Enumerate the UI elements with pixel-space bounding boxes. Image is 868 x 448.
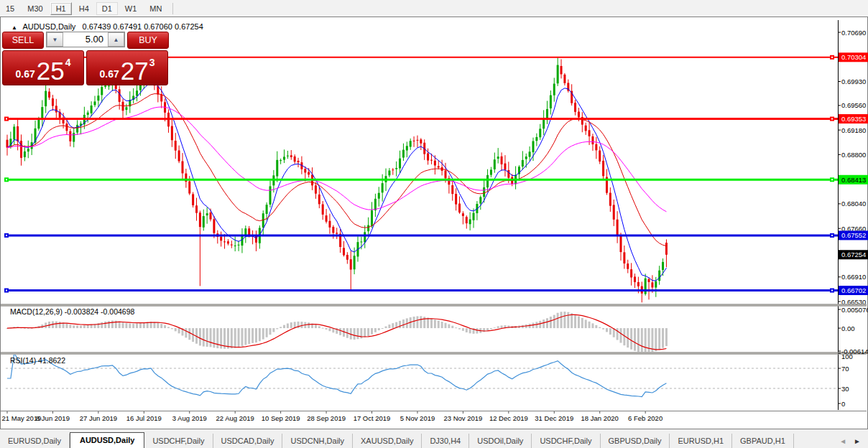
timeframe-button-d1[interactable]: D1: [96, 2, 118, 15]
chart-symbol-label: AUDUSD,Daily: [22, 22, 75, 31]
svg-text:0.67552: 0.67552: [841, 231, 866, 239]
one-click-trade-panel: SELL ▼ 5.00 ▲ BUY 0.67 25 4 0.67 27 3: [2, 32, 169, 85]
svg-text:0.68800: 0.68800: [841, 151, 866, 159]
svg-text:16 Jul 2019: 16 Jul 2019: [126, 414, 162, 422]
chart-title: ▲ AUDUSD,Daily 0.67439 0.67491 0.67060 0…: [11, 22, 203, 31]
svg-text:8 Jun 2019: 8 Jun 2019: [36, 414, 70, 422]
tab-scroll-controls: ◄ ►: [839, 437, 868, 448]
tab-usdchf-daily-2[interactable]: USDCHF,Daily: [532, 434, 600, 448]
svg-text:0.68040: 0.68040: [841, 200, 866, 207]
timeframe-button-h4[interactable]: H4: [73, 2, 95, 15]
svg-text:31 Dec 2019: 31 Dec 2019: [535, 414, 573, 422]
svg-text:6 Feb 2020: 6 Feb 2020: [628, 414, 662, 422]
svg-text:22 Aug 2019: 22 Aug 2019: [216, 414, 254, 422]
toolbar-separator: [172, 3, 173, 14]
svg-text:0.68413: 0.68413: [841, 176, 866, 184]
svg-text:17 Oct 2019: 17 Oct 2019: [354, 414, 391, 422]
svg-text:0.66910: 0.66910: [841, 273, 866, 281]
chart-ohlc-quote: 0.67439 0.67491 0.67060 0.67254: [83, 22, 203, 31]
svg-text:0.69180: 0.69180: [841, 126, 866, 134]
volume-input[interactable]: 5.00: [63, 32, 108, 47]
tab-eurusd-daily[interactable]: EURUSD,Daily: [0, 434, 70, 448]
svg-text:0.69930: 0.69930: [841, 78, 866, 85]
svg-text:0.69353: 0.69353: [841, 115, 866, 123]
chart-tab-bar: EURUSD,Daily AUDUSD,Daily USDCHF,Daily U…: [0, 429, 868, 448]
timeframe-toolbar: 15 M30 H1 H4 D1 W1 MN: [0, 0, 868, 17]
tab-audusd-daily[interactable]: AUDUSD,Daily: [70, 432, 144, 448]
svg-text:27 Jun 2019: 27 Jun 2019: [80, 414, 117, 422]
one-click-panel-arrow-icon[interactable]: ▲: [11, 24, 17, 31]
svg-text:0.66702: 0.66702: [841, 286, 866, 294]
svg-text:0.005076: 0.005076: [841, 306, 868, 314]
tab-dj30-h4[interactable]: DJ30,H4: [422, 434, 469, 448]
buy-price-tile[interactable]: 0.67 27 3: [86, 50, 168, 85]
tab-usdcnh-daily[interactable]: USDCNH,Daily: [282, 434, 353, 448]
sell-price-tile[interactable]: 0.67 25 4: [2, 50, 84, 85]
tab-eurusd-h1[interactable]: EURUSD,H1: [670, 434, 732, 448]
svg-text:12 Dec 2019: 12 Dec 2019: [489, 414, 528, 422]
sell-button[interactable]: SELL: [2, 32, 44, 49]
svg-text:30: 30: [841, 385, 849, 393]
rsi-indicator-label: RSI(14) 41.8622: [10, 356, 65, 365]
tab-scroll-left-icon[interactable]: ◄: [839, 437, 846, 445]
svg-text:5 Nov 2019: 5 Nov 2019: [400, 414, 435, 422]
svg-text:70: 70: [841, 365, 849, 373]
buy-price-prefix: 0.67: [100, 68, 119, 80]
timeframe-button-m30[interactable]: M30: [22, 2, 48, 15]
tab-usdcad-daily[interactable]: USDCAD,Daily: [213, 434, 283, 448]
svg-text:18 Jan 2020: 18 Jan 2020: [581, 414, 619, 422]
timeframe-button-h1[interactable]: H1: [50, 2, 72, 15]
timeframe-button-w1[interactable]: W1: [119, 2, 143, 15]
svg-text:0.00: 0.00: [841, 325, 855, 332]
buy-button[interactable]: BUY: [127, 32, 169, 49]
svg-text:0.69560: 0.69560: [841, 101, 866, 109]
svg-text:23 Nov 2019: 23 Nov 2019: [443, 414, 482, 422]
svg-text:0: 0: [841, 400, 845, 408]
svg-text:3 Aug 2019: 3 Aug 2019: [172, 414, 207, 422]
tab-usdoil-daily[interactable]: USDOil,Daily: [469, 434, 532, 448]
svg-text:0.67254: 0.67254: [841, 251, 866, 258]
tab-xauusd-daily[interactable]: XAUUSD,Daily: [353, 434, 422, 448]
buy-price-point: 3: [149, 57, 155, 68]
volume-field: ▼ 5.00 ▲: [46, 32, 125, 47]
macd-indicator-label: MACD(12,26,9) -0.003824 -0.004698: [10, 307, 134, 316]
trading-terminal: 15 M30 H1 H4 D1 W1 MN 0.706900.699300.69…: [0, 0, 868, 448]
tab-gbpaud-h1[interactable]: GBPAUD,H1: [732, 434, 794, 448]
svg-text:0.70304: 0.70304: [841, 53, 866, 61]
svg-text:100: 100: [841, 353, 853, 360]
sell-price-pips: 25: [37, 59, 65, 83]
sell-price-point: 4: [65, 57, 71, 68]
sell-price-prefix: 0.67: [16, 68, 35, 80]
svg-text:0.70690: 0.70690: [841, 29, 866, 37]
volume-increase-icon[interactable]: ▲: [108, 32, 124, 47]
buy-price-pips: 27: [121, 59, 149, 83]
tab-scroll-right-icon[interactable]: ►: [854, 437, 861, 445]
volume-decrease-icon[interactable]: ▼: [47, 32, 63, 47]
svg-text:28 Sep 2019: 28 Sep 2019: [307, 414, 346, 422]
svg-text:10 Sep 2019: 10 Sep 2019: [262, 414, 300, 422]
timeframe-button-m15[interactable]: 15: [0, 2, 20, 15]
tab-gbpusd-daily[interactable]: GBPUSD,Daily: [601, 434, 670, 448]
timeframe-button-mn[interactable]: MN: [144, 2, 167, 15]
tab-usdchf-daily[interactable]: USDCHF,Daily: [144, 434, 213, 448]
